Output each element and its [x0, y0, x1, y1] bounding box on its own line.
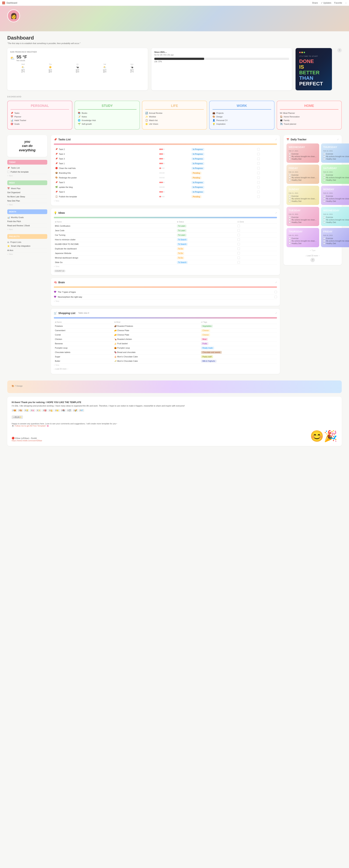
done-subtitle: IT'S TIME TO START: [299, 55, 328, 57]
publish-checkbox[interactable]: [7, 171, 9, 173]
favorite-button[interactable]: Favorite: [334, 2, 342, 4]
topbar-left: Dashboard: [2, 1, 17, 4]
shop-col-name: ⊞ Name: [54, 320, 113, 324]
tracker-load-more[interactable]: ↓ Load 33 more ···: [286, 254, 339, 258]
ideas-checkbox[interactable]: [237, 238, 240, 241]
life-annual[interactable]: 🔄Annual Review: [145, 112, 204, 114]
tasks-new[interactable]: +New: [54, 199, 277, 203]
shop-gradient-bar: [54, 317, 277, 318]
home-meal[interactable]: 🍽Meal Planner: [280, 112, 339, 114]
week-new[interactable]: +New: [7, 203, 47, 207]
page-title: Dashboard: [7, 35, 342, 41]
help-button[interactable]: ?: [337, 48, 342, 53]
study-selfgrowth[interactable]: 🌱Self-growth: [78, 123, 136, 125]
home-renovation[interactable]: 🏠Home Renovation: [280, 116, 339, 118]
today-new[interactable]: +New: [7, 174, 47, 178]
daily-tracker-panel: 📅 Daily Tracker ⤢ WEDNESDAY Feb 17, 2021…: [284, 135, 342, 265]
home-family[interactable]: 👨‍👩‍👧Family: [280, 119, 339, 122]
task-checkbox[interactable]: [257, 157, 260, 160]
work-inspiration[interactable]: 💡Inspiration: [212, 123, 271, 125]
about-greeting: Hi there! Thank you for noticing. I HOPE…: [12, 401, 337, 404]
ideas-expand-icon[interactable]: ⤢: [275, 212, 277, 214]
task-checkbox[interactable]: [257, 186, 260, 188]
app-name: Dashboard: [6, 2, 17, 4]
ideas-checkbox[interactable]: [237, 247, 240, 250]
tasks-list-link[interactable]: 📌Tasks List: [7, 166, 47, 170]
projects-new[interactable]: +New: [7, 252, 47, 256]
ideas-col-done: ☑ Done: [236, 220, 277, 224]
personal-goals[interactable]: 🎯Goals: [10, 123, 69, 125]
task-checkbox[interactable]: [257, 177, 260, 179]
more-button[interactable]: ···: [345, 2, 347, 4]
updates-button[interactable]: ✓ Updates: [321, 2, 331, 4]
weather-city: SAN FRANCISCO WEATHER: [10, 51, 145, 53]
ideas-checkbox[interactable]: [237, 225, 240, 227]
week-label: WEEK: [9, 182, 15, 184]
ideas-checkbox[interactable]: [237, 234, 240, 236]
monthly-goals-link[interactable]: 📊Monthly Goals: [7, 216, 47, 219]
task-checkbox[interactable]: [257, 153, 260, 155]
brain-new[interactable]: +New: [54, 300, 277, 303]
life-wishlist[interactable]: ✨Wishlist: [145, 116, 204, 118]
shopping-load-more[interactable]: ↓ Load 26 more ···: [54, 367, 277, 371]
task-checkbox[interactable]: [257, 148, 260, 151]
ideas-checkbox[interactable]: [237, 252, 240, 254]
ideas-checkbox[interactable]: [237, 229, 240, 232]
task-checkbox[interactable]: [257, 181, 260, 184]
category-study: STUDY 📚Books 📝Notes 🌐Knowledge Hub 🌱Self…: [74, 101, 140, 130]
project-lists-link[interactable]: 🗂Project Lists: [7, 240, 47, 244]
life-percent: Life: 37%: [154, 61, 289, 63]
weather-day-wed: Wed ⛅ 58°F47°F: [10, 63, 36, 73]
no-late-sleep-item: No More Late Sleep: [7, 195, 47, 199]
study-notes[interactable]: 📝Notes: [78, 116, 136, 118]
tracker-day-monday: MONDAY Feb 22, 2021 Exercise My actions …: [321, 186, 349, 205]
table-view-toggle[interactable]: Table view ▾: [78, 312, 89, 314]
personal-tasks[interactable]: 📌Tasks: [10, 112, 69, 114]
personal-habit[interactable]: 📊Habit Tracker: [10, 119, 69, 122]
life-watchlist[interactable]: 📋Watch list: [145, 119, 204, 122]
life-bar-container: [154, 58, 289, 60]
month-new[interactable]: +New: [7, 228, 47, 231]
about-section: Hi there! Thank you for noticing. I HOPE…: [7, 397, 342, 446]
tasks-expand-icon[interactable]: ⤢: [275, 138, 277, 141]
task-checkbox[interactable]: [257, 167, 260, 169]
work-design[interactable]: 🎨Design: [212, 116, 271, 118]
brain-checkbox[interactable]: [275, 296, 277, 298]
tasks-gradient-bar: [54, 144, 277, 145]
task-checkbox[interactable]: [257, 195, 260, 198]
task-checkbox[interactable]: [257, 191, 260, 193]
reddit-url-link[interactable]: https://www.reddit.com/user/Elliiae: [12, 439, 42, 442]
tracker-expand-icon[interactable]: ⤢: [337, 138, 339, 141]
category-home: HOME 🍽Meal Planner 🏠Home Renovation 👨‍👩‍…: [277, 101, 342, 130]
personal-planner[interactable]: 📅Planner: [10, 116, 69, 118]
tracker-help-button[interactable]: ?: [310, 258, 315, 262]
table-row: 🎨Redesign the poster Pending: [54, 176, 277, 180]
weather-day-fri: Fri 🌤 55°F50°F: [65, 63, 91, 73]
ideas-checkbox[interactable]: [237, 243, 240, 245]
tracker-new[interactable]: +Type: [286, 249, 339, 252]
week-plan-link[interactable]: 📅Week Plan: [7, 187, 47, 190]
ideas-checkbox[interactable]: [237, 261, 240, 264]
life-vision[interactable]: 🌟Life Vision: [145, 123, 204, 125]
work-cv[interactable]: 👤Personal CV: [212, 119, 271, 122]
work-projects[interactable]: 💼Projects: [212, 112, 271, 114]
shopping-new[interactable]: +New: [54, 363, 277, 367]
study-knowledge[interactable]: 🌐Knowledge Hub: [78, 119, 136, 122]
task-checkbox[interactable]: [257, 172, 260, 174]
follow-link[interactable]: ☕ Follow me to get All Free Template! 🌸: [12, 425, 49, 427]
brain-expand-icon[interactable]: ⤢: [275, 281, 277, 284]
home-travel[interactable]: ✈️Travel planner: [280, 123, 339, 125]
study-books[interactable]: 📚Books: [78, 112, 136, 114]
task-checkbox[interactable]: [257, 162, 260, 165]
widget-row: SAN FRANCISCO WEATHER ⛅ 55 °F few clouds…: [7, 48, 342, 90]
author-name: 🔴 Elliiae (y/Elliiae) - Reddit: [12, 437, 42, 439]
ideas-checkbox[interactable]: [237, 256, 240, 259]
weather-day-thu: Thu ☀️ 56°F48°F: [37, 63, 63, 73]
shopping-expand-icon[interactable]: ⤢: [275, 312, 277, 314]
ideas-table: ⊞ Name ⊕ Status ☑ Done BNG Certification…: [54, 220, 277, 265]
brain-checkbox[interactable]: [275, 291, 277, 293]
share-button[interactable]: Share: [312, 2, 318, 4]
month-section: MONTH 📊Monthly Goals Finish the Pitch Re…: [7, 209, 47, 231]
projects-header: PROJECTS: [7, 234, 47, 239]
ideas-new[interactable]: +New: [54, 265, 277, 268]
